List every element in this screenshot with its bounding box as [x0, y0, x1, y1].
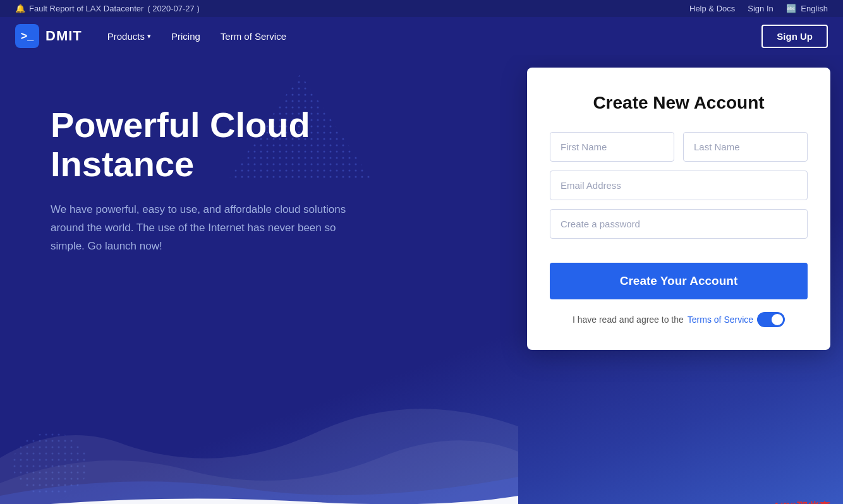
toggle-slider — [757, 312, 785, 327]
main-content: Powerful Cloud Instance We have powerful… — [0, 55, 843, 504]
watermark: VPS那些事 — [775, 500, 830, 504]
tos-row: I have read and agree to the Terms of Se… — [550, 312, 808, 327]
name-row — [550, 132, 808, 162]
announcement-right: Help & Docs Sign In 🔤 English — [689, 4, 828, 13]
tos-text: I have read and agree to the — [573, 315, 684, 325]
email-input[interactable] — [550, 171, 808, 200]
hero-title: Powerful Cloud Instance — [51, 105, 367, 183]
last-name-input[interactable] — [683, 132, 808, 162]
help-docs-link[interactable]: Help & Docs — [689, 4, 735, 13]
nav-link-tos[interactable]: Term of Service — [221, 31, 286, 42]
password-input[interactable] — [550, 209, 808, 239]
signup-button[interactable]: Sign Up — [761, 25, 828, 48]
create-account-button[interactable]: Create Your Account — [550, 263, 808, 299]
announcement-date: ( 2020-07-27 ) — [147, 4, 199, 13]
announcement-message: Fault Report of LAX Datacenter — [29, 4, 143, 13]
logo-text: DMIT — [45, 28, 82, 44]
logo-icon: >_ — [15, 24, 39, 48]
navbar: >_ DMIT Products ▾ Pricing Term of Servi… — [0, 17, 843, 55]
navbar-left: >_ DMIT Products ▾ Pricing Term of Servi… — [15, 24, 286, 48]
tos-link[interactable]: Terms of Service — [688, 315, 753, 325]
first-name-input[interactable] — [550, 132, 674, 162]
announcement-left: 🔔 Fault Report of LAX Datacenter ( 2020-… — [15, 4, 200, 13]
logo[interactable]: >_ DMIT — [15, 24, 82, 48]
navbar-right: Sign Up — [761, 25, 828, 48]
nav-link-pricing[interactable]: Pricing — [171, 31, 200, 42]
registration-form-card: Create New Account Create Your Account I… — [527, 68, 830, 350]
language-icon: 🔤 — [786, 4, 796, 13]
chevron-down-icon: ▾ — [147, 32, 151, 40]
bottom-wave — [0, 395, 518, 504]
hero-subtitle: We have powerful, easy to use, and affor… — [51, 201, 367, 256]
hero-content: Powerful Cloud Instance We have powerful… — [51, 105, 367, 256]
language-label: English — [801, 4, 828, 13]
tos-toggle[interactable] — [757, 312, 785, 327]
announcement-bar: 🔔 Fault Report of LAX Datacenter ( 2020-… — [0, 0, 843, 17]
bell-icon: 🔔 — [15, 4, 25, 13]
nav-links: Products ▾ Pricing Term of Service — [107, 31, 286, 42]
nav-link-products[interactable]: Products ▾ — [107, 31, 151, 42]
signin-link[interactable]: Sign In — [748, 4, 773, 13]
form-title: Create New Account — [550, 93, 808, 113]
language-selector[interactable]: 🔤 English — [786, 4, 828, 13]
